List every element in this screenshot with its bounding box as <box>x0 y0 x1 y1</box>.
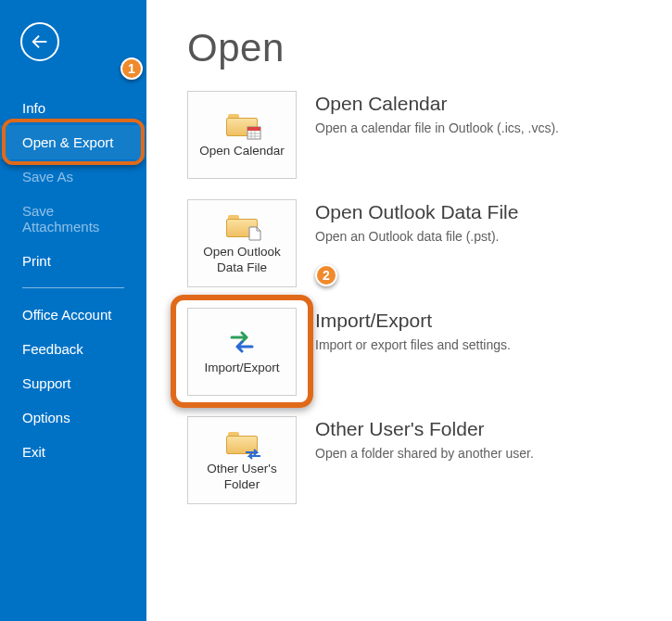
sidebar-item-open-export[interactable]: Open & Export <box>0 125 146 159</box>
sidebar-separator <box>22 287 124 288</box>
tile-label: Import/Export <box>204 361 279 375</box>
option-open-calendar: Open Calendar Open Calendar Open a calen… <box>187 91 635 179</box>
option-desc: Import or export files and settings. <box>315 337 511 352</box>
sidebar-nav: Info Open & Export Save As Save Attachme… <box>0 91 146 469</box>
import-export-icon <box>225 329 259 355</box>
sidebar-item-save-attachments: Save Attachments <box>0 194 146 244</box>
sidebar: Info Open & Export Save As Save Attachme… <box>0 0 146 621</box>
option-open-data-file: Open Outlook Data File Open Outlook Data… <box>187 199 635 287</box>
sidebar-item-info[interactable]: Info <box>0 91 146 125</box>
option-title: Other User's Folder <box>315 418 534 440</box>
shared-folder-icon <box>225 430 259 456</box>
sidebar-item-exit[interactable]: Exit <box>0 435 146 469</box>
option-desc: Open an Outlook data file (.pst). <box>315 229 518 244</box>
sidebar-item-office-account[interactable]: Office Account <box>0 298 146 332</box>
sidebar-item-options[interactable]: Options <box>0 400 146 435</box>
data-file-folder-icon <box>225 213 259 239</box>
option-title: Open Outlook Data File <box>315 201 518 223</box>
calendar-folder-icon <box>225 112 259 138</box>
tile-label: Other User's Folder <box>192 462 292 491</box>
back-button[interactable] <box>20 22 59 61</box>
tile-label: Open Outlook Data File <box>192 245 292 274</box>
sidebar-item-save-as: Save As <box>0 159 146 194</box>
page-title: Open <box>187 26 635 70</box>
tile-other-user-folder[interactable]: Other User's Folder <box>187 416 297 504</box>
arrow-left-icon <box>30 32 50 52</box>
annotation-marker-2: 2 <box>315 264 337 286</box>
svg-rect-2 <box>247 127 260 131</box>
option-title: Open Calendar <box>315 93 559 115</box>
tile-import-export[interactable]: Import/Export <box>187 308 297 396</box>
option-import-export: Import/Export Import/Export Import or ex… <box>187 308 635 396</box>
sidebar-item-print[interactable]: Print <box>0 244 146 278</box>
option-desc: Open a folder shared by another user. <box>315 446 534 461</box>
tile-open-calendar[interactable]: Open Calendar <box>187 91 297 179</box>
tile-label: Open Calendar <box>199 144 285 158</box>
option-title: Import/Export <box>315 310 511 332</box>
option-other-user-folder: Other User's Folder Other User's Folder … <box>187 416 635 504</box>
sidebar-item-support[interactable]: Support <box>0 366 146 400</box>
sidebar-item-feedback[interactable]: Feedback <box>0 332 146 366</box>
tile-open-data-file[interactable]: Open Outlook Data File <box>187 199 297 287</box>
option-desc: Open a calendar file in Outlook (.ics, .… <box>315 120 559 135</box>
main-content: Open 1 Open Calendar Open Calendar Open … <box>146 0 672 621</box>
